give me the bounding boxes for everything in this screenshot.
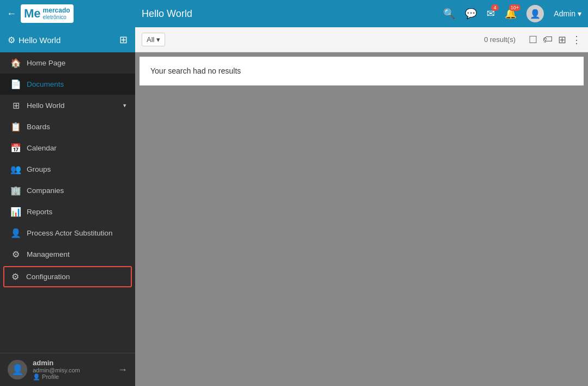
- chevron-down-icon: ▾: [123, 102, 126, 109]
- sidebar-item-label: Companies: [27, 186, 64, 195]
- bell-badge: 10+: [509, 4, 520, 11]
- footer-avatar: 👤: [8, 360, 27, 379]
- view-tag-icon[interactable]: 🏷: [543, 34, 553, 45]
- hello-world-icon: ⊞: [10, 100, 21, 111]
- process-actor-icon: 👤: [10, 228, 21, 238]
- sidebar-item-label: Home Page: [27, 59, 65, 67]
- documents-icon: 📄: [10, 79, 21, 89]
- sidebar-item-boards[interactable]: 📋 Boards: [0, 116, 135, 137]
- search-icon[interactable]: 🔍: [443, 8, 455, 20]
- sidebar-item-configuration[interactable]: ⚙ Configuration: [3, 266, 132, 287]
- results-count: 0 result(s): [172, 35, 522, 44]
- mail-badge: 4: [491, 4, 499, 11]
- boards-icon: 📋: [10, 122, 21, 132]
- filter-label: All: [147, 35, 154, 44]
- sidebar-item-label: Groups: [27, 165, 51, 173]
- sidebar-header: ⚙ Hello World ⊞: [0, 27, 135, 52]
- sidebar-title: ⚙ Hello World: [8, 35, 60, 45]
- footer-username: admin: [33, 359, 112, 367]
- content-body: Your search had no results: [135, 52, 588, 386]
- page-title: Hello World: [142, 8, 443, 20]
- no-results-text: Your search had no results: [150, 67, 241, 75]
- brand-name: mercado: [43, 7, 70, 14]
- avatar: 👤: [526, 5, 544, 22]
- footer-email: admin@misy.com: [33, 367, 112, 373]
- sidebar-item-calendar[interactable]: 📅 Calendar: [0, 137, 135, 159]
- sidebar-item-companies[interactable]: 🏢 Companies: [0, 180, 135, 201]
- sidebar-nav: 🏠 Home Page 📄 Documents ⊞ Hello World ▾ …: [0, 52, 135, 353]
- admin-label-text: Admin: [554, 9, 575, 18]
- sidebar-settings-icon: ⚙: [8, 35, 15, 45]
- sidebar-grid-icon[interactable]: ⊞: [119, 34, 128, 46]
- footer-info: admin admin@misy.com 👤 Profile: [33, 359, 112, 381]
- sidebar-footer: 👤 admin admin@misy.com 👤 Profile →: [0, 353, 135, 386]
- sidebar-item-label: Hello World: [27, 101, 65, 110]
- sidebar-item-management[interactable]: ⚙ Management: [0, 244, 135, 265]
- topbar-icons: 🔍 💬 ✉ 4 🔔 10+ 👤 Admin ▾: [443, 5, 581, 22]
- companies-icon: 🏢: [10, 185, 21, 196]
- sidebar-item-documents[interactable]: 📄 Documents: [0, 74, 135, 95]
- sidebar-item-label: Documents: [27, 80, 64, 88]
- main-layout: ⚙ Hello World ⊞ 🏠 Home Page 📄 Documents …: [0, 27, 588, 386]
- logo: Me mercado eletrônico: [21, 4, 74, 23]
- management-icon: ⚙: [10, 249, 21, 260]
- home-icon: 🏠: [10, 58, 21, 68]
- view-more-icon[interactable]: ⋮: [572, 34, 581, 46]
- sidebar-item-label: Calendar: [27, 144, 57, 152]
- mail-icon[interactable]: ✉ 4: [487, 8, 495, 20]
- content-toolbar: All ▾ 0 result(s) ☐ 🏷 ⊞ ⋮: [135, 27, 588, 52]
- no-results-message: Your search had no results: [140, 57, 584, 86]
- sidebar-item-label: Reports: [27, 208, 52, 216]
- admin-menu[interactable]: Admin ▾: [554, 9, 581, 18]
- admin-chevron-icon: ▾: [578, 9, 581, 18]
- sidebar-item-hello-world[interactable]: ⊞ Hello World ▾: [0, 95, 135, 116]
- filter-all-button[interactable]: All ▾: [142, 33, 165, 46]
- sidebar-item-groups[interactable]: 👥 Groups: [0, 159, 135, 180]
- groups-icon: 👥: [10, 164, 21, 174]
- sidebar-item-label: Management: [27, 250, 70, 258]
- reports-icon: 📊: [10, 207, 21, 217]
- sidebar-item-reports[interactable]: 📊 Reports: [0, 201, 135, 222]
- calendar-icon: 📅: [10, 143, 21, 153]
- toolbar-view-icons: ☐ 🏷 ⊞ ⋮: [529, 34, 581, 46]
- filter-chevron-icon: ▾: [156, 35, 160, 44]
- back-button[interactable]: ←: [7, 8, 16, 20]
- footer-profile-link[interactable]: 👤 Profile: [33, 373, 112, 381]
- content-area: All ▾ 0 result(s) ☐ 🏷 ⊞ ⋮ Your search ha…: [135, 27, 588, 386]
- bell-icon[interactable]: 🔔 10+: [505, 8, 517, 20]
- configuration-icon: ⚙: [10, 272, 21, 282]
- brand-sub: eletrônico: [43, 14, 70, 20]
- view-grid-icon[interactable]: ⊞: [558, 34, 566, 46]
- topbar-left: ← Me mercado eletrônico: [7, 4, 142, 23]
- topbar: ← Me mercado eletrônico Hello World 🔍 💬 …: [0, 0, 588, 27]
- view-card-icon[interactable]: ☐: [529, 34, 537, 46]
- profile-link-label: Profile: [42, 373, 59, 380]
- logout-icon[interactable]: →: [118, 364, 128, 376]
- sidebar-item-label: Configuration: [26, 273, 70, 281]
- sidebar: ⚙ Hello World ⊞ 🏠 Home Page 📄 Documents …: [0, 27, 135, 386]
- logo-letter: Me: [24, 7, 41, 21]
- logo-text: mercado eletrônico: [43, 7, 70, 20]
- chat-icon[interactable]: 💬: [465, 8, 477, 20]
- sidebar-item-label: Boards: [27, 123, 50, 131]
- sidebar-item-label: Process Actor Substitution: [27, 229, 113, 237]
- profile-icon: 👤: [33, 373, 40, 380]
- sidebar-title-text: Hello World: [19, 35, 60, 45]
- sidebar-item-process-actor-substitution[interactable]: 👤 Process Actor Substitution: [0, 222, 135, 244]
- sidebar-item-home-page[interactable]: 🏠 Home Page: [0, 52, 135, 74]
